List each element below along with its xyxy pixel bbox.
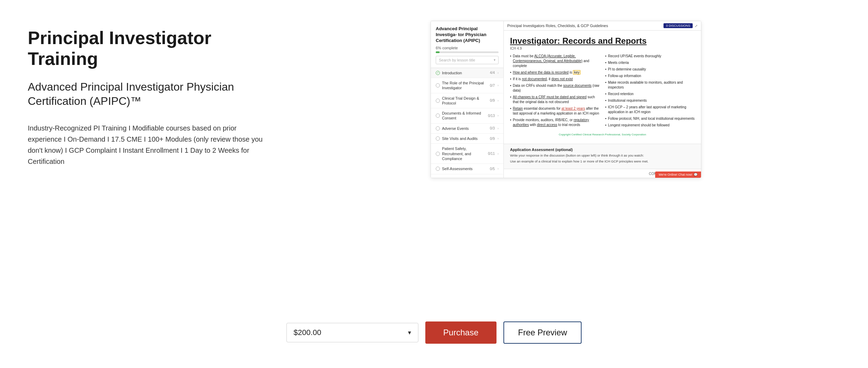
lesson-title-underline: Records and Reports	[562, 36, 647, 45]
bullet-item: If it is not documented, it does not exi…	[510, 77, 600, 82]
sidebar-search-arrow: ▾	[494, 58, 495, 62]
chevron-icon-role: ›	[498, 84, 499, 87]
bullet-item-right: PI to determine causality	[605, 67, 695, 72]
bullet-item-right: Follow-up information	[605, 74, 695, 78]
dropdown-arrow-icon: ▾	[408, 329, 411, 336]
assessment-title: Application Assessment (optional)	[510, 148, 695, 152]
menu-count-self: 0/5	[490, 167, 495, 171]
menu-label-adverse: Adverse Events	[442, 126, 488, 131]
circle-icon-site	[436, 136, 440, 141]
menu-count-role: 0/7	[490, 84, 495, 87]
main-content: Principal Investigator Training Advanced…	[28, 21, 840, 294]
menu-label-self: Self-Assessments	[442, 166, 488, 171]
chat-icon: 💬	[694, 173, 698, 176]
sidebar-menu-item-adverse[interactable]: Adverse Events 0/3 ›	[431, 124, 503, 134]
bullet-item-right: Record retention	[605, 92, 695, 97]
bottom-bar: $200.00 ▾ Purchase Free Preview	[28, 315, 840, 347]
content-main: Investigator: Records and Reports ICH 4.…	[504, 31, 701, 144]
sidebar-menu-item-role[interactable]: The Role of the Principal Investigator 0…	[431, 78, 503, 93]
main-title: Principal Investigator Training	[28, 28, 271, 69]
content-columns: Data must be ALCOA (Accurate, Legible, C…	[510, 54, 695, 129]
sidebar-panel: Advanced Principal Investiga- tor Physic…	[431, 21, 504, 178]
sub-title: Advanced Principal Investigator Physicia…	[28, 80, 271, 109]
description: Industry-Recognized PI Training I Modifi…	[28, 123, 271, 167]
menu-label-introduction: Introduction	[442, 70, 488, 75]
bullet-item-right: Make records available to monitors, audi…	[605, 80, 695, 90]
chevron-icon-clinical: ›	[498, 99, 499, 102]
bullet-item-right: Meets criteria	[605, 60, 695, 65]
sidebar-progress: 6% complete	[436, 46, 499, 50]
page-wrapper: Principal Investigator Training Advanced…	[0, 0, 868, 368]
chevron-icon-introduction: ›	[498, 71, 499, 75]
circle-icon-adverse	[436, 126, 440, 131]
bullet-item-right: Institutional requirements	[605, 98, 695, 103]
chat-label: We're Online! Chat now!	[659, 173, 692, 176]
sidebar-menu: Introduction 4/4 › The Role of the Princ…	[431, 68, 503, 178]
content-panel: Principal Investigators Roles, Checklist…	[504, 21, 701, 178]
chevron-icon-documents: ›	[498, 114, 499, 117]
bullet-item: How and where the data is recorded is ke…	[510, 70, 600, 75]
circle-icon-documents	[436, 114, 440, 118]
circle-icon-patient	[436, 152, 440, 156]
bullet-item-right: Follow protocol, NIH, and local institut…	[605, 116, 695, 121]
price-value: $200.00	[294, 328, 322, 337]
sidebar-search-placeholder: Search by lesson title	[439, 58, 475, 62]
chat-widget[interactable]: We're Online! Chat now! 💬	[655, 172, 701, 178]
left-column: Principal Investigator Training Advanced…	[28, 21, 271, 167]
purchase-button[interactable]: Purchase	[425, 321, 496, 344]
progress-bar-fill	[436, 51, 440, 53]
menu-count-site: 0/9	[490, 137, 495, 141]
sidebar-menu-item-site[interactable]: Site Visits and Audits 0/9 ›	[431, 134, 503, 144]
menu-label-clinical: Clinical Trial Design & Protocol	[442, 96, 488, 106]
sidebar-header: Advanced Principal Investiga- tor Physic…	[431, 21, 503, 68]
menu-count-adverse: 0/3	[490, 126, 495, 130]
bullet-item-right: Longest requirement should be followed	[605, 123, 695, 128]
free-preview-button[interactable]: Free Preview	[503, 321, 582, 344]
bullet-item: Data must be ALCOA (Accurate, Legible, C…	[510, 54, 600, 68]
bullet-item-right: ICH GCP – 2 years after last approval of…	[605, 105, 695, 115]
progress-bar-container	[436, 51, 499, 53]
chevron-icon-site: ›	[498, 137, 499, 140]
content-right-list: Record UP/SAE events thoroughly Meets cr…	[605, 54, 695, 129]
bullet-item: Provide monitors, auditors, IRB/IEC, or …	[510, 118, 600, 127]
circle-icon-clinical	[436, 99, 440, 103]
chevron-icon-self: ›	[498, 167, 499, 170]
price-dropdown[interactable]: $200.00 ▾	[286, 323, 418, 342]
menu-label-patient: Patient Safety, Recruitment, and Complia…	[442, 146, 486, 161]
sidebar-menu-item-clinical[interactable]: Clinical Trial Design & Protocol 0/9 ›	[431, 93, 503, 109]
course-preview: Advanced Principal Investiga- tor Physic…	[431, 21, 701, 178]
assessment-text-2: Use an example of a clinical trial to ex…	[510, 159, 695, 164]
sidebar-course-title: Advanced Principal Investiga- tor Physic…	[436, 26, 499, 44]
sidebar-search[interactable]: Search by lesson title ▾	[436, 56, 499, 64]
chevron-icon-patient: ›	[498, 152, 499, 156]
copyright-text: Copyright Certified Clinical Research Pr…	[510, 133, 695, 136]
bullet-item: Data on CRFs should match the source doc…	[510, 83, 600, 93]
assessment-section: Application Assessment (optional) Write …	[504, 144, 701, 169]
discussions-count: 0 DISCUSSIONS	[666, 24, 690, 27]
assessment-text-1: Write your response in the discussion (b…	[510, 153, 695, 158]
menu-count-clinical: 0/9	[490, 99, 495, 102]
lesson-title: Investigator: Records and Reports	[510, 36, 695, 46]
bullet-item: Retain essential documents for at least …	[510, 106, 600, 116]
discussions-badge[interactable]: 0 DISCUSSIONS	[663, 23, 693, 28]
chevron-icon-adverse: ›	[498, 127, 499, 130]
right-column: Advanced Principal Investiga- tor Physic…	[292, 21, 840, 178]
check-icon	[436, 71, 440, 75]
lesson-subtitle: ICH 4.9	[510, 47, 695, 50]
menu-label-site: Site Visits and Audits	[442, 136, 488, 141]
expand-icon[interactable]: ⤢	[695, 24, 698, 28]
lesson-title-plain: Investigator:	[510, 36, 562, 45]
sidebar-menu-item-introduction[interactable]: Introduction 4/4 ›	[431, 68, 503, 78]
menu-count-patient: 0/11	[488, 152, 495, 156]
content-left-list: Data must be ALCOA (Accurate, Legible, C…	[510, 54, 600, 129]
menu-count-introduction: 4/4	[490, 71, 495, 75]
menu-count-documents: 0/13	[488, 114, 495, 118]
content-topbar: Principal Investigators Roles, Checklist…	[504, 21, 701, 31]
sidebar-menu-item-documents[interactable]: Documents & Informed Consent 0/13 ›	[431, 108, 503, 124]
menu-label-role: The Role of the Principal Investigator	[442, 81, 488, 91]
circle-icon-self	[436, 167, 440, 171]
menu-label-documents: Documents & Informed Consent	[442, 111, 486, 121]
sidebar-menu-item-patient[interactable]: Patient Safety, Recruitment, and Complia…	[431, 144, 503, 164]
sidebar-menu-item-self[interactable]: Self-Assessments 0/5 ›	[431, 164, 503, 174]
content-topbar-title: Principal Investigators Roles, Checklist…	[507, 24, 608, 28]
